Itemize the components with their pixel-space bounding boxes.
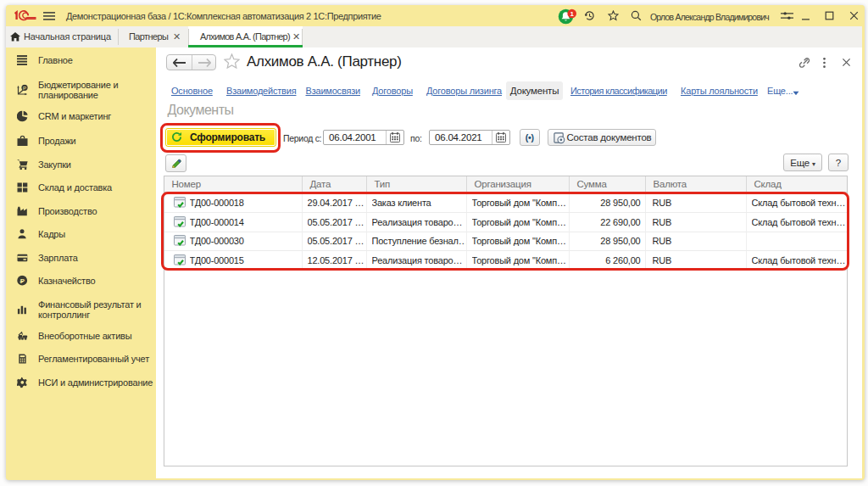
svg-text:P: P [20,277,25,285]
svg-text:1: 1 [570,10,575,18]
svg-text:P: P [23,85,26,90]
